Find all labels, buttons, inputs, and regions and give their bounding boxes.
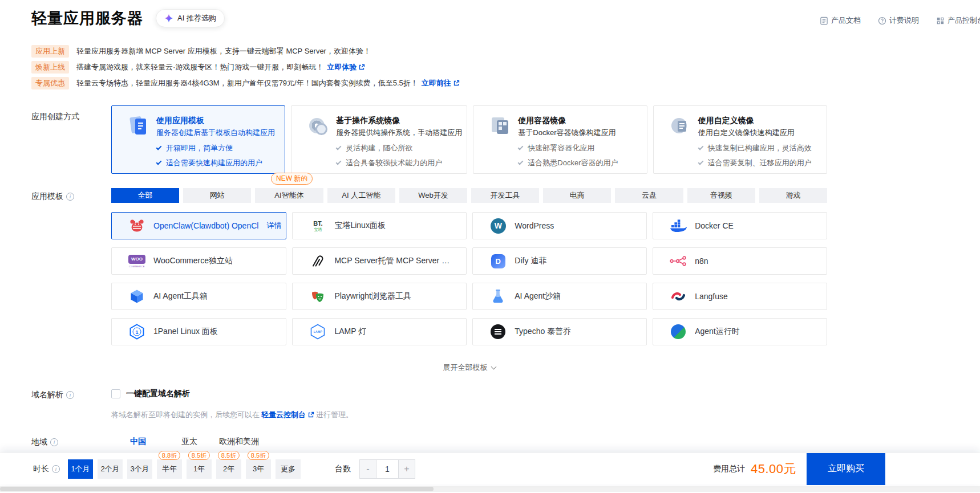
duration-3year[interactable]: 8.5折3年 bbox=[246, 459, 271, 479]
quantity-input[interactable] bbox=[376, 459, 398, 479]
template-card-langfuse[interactable]: Langfuse bbox=[653, 283, 827, 310]
billing-info-label: 计费说明 bbox=[889, 15, 919, 26]
template-card-dify[interactable]: Dify 迪菲 bbox=[472, 247, 647, 275]
region-option-eu-us[interactable]: 欧洲和美洲 bbox=[219, 437, 259, 447]
creation-card-point: 适合需要快速构建应用的用户 bbox=[166, 158, 262, 168]
creation-card-os-image[interactable]: 基于操作系统镜像 服务器提供纯操作系统，手动搭建应用 灵活构建，随心所欲 适合具… bbox=[291, 105, 467, 174]
template-name: 1Panel Linux 面板 bbox=[153, 327, 218, 337]
lighthouse-console-label: 轻量云控制台 bbox=[261, 410, 306, 420]
duration-2year[interactable]: 8.5折2年 bbox=[216, 459, 241, 479]
info-icon[interactable] bbox=[52, 465, 60, 473]
tab-ai[interactable]: AI 人工智能 bbox=[327, 188, 395, 203]
creation-card-title: 使用自定义镜像 bbox=[698, 115, 795, 125]
discount-badge: 8.5折 bbox=[218, 451, 240, 460]
product-console-link[interactable]: 产品控制台 bbox=[936, 15, 980, 26]
buy-now-button[interactable]: 立即购买 bbox=[807, 453, 885, 485]
woocommerce-icon bbox=[128, 252, 146, 270]
domain-config-checkbox[interactable] bbox=[111, 389, 120, 398]
duration-more[interactable]: 更多 bbox=[276, 459, 301, 479]
template-name: WooCommerce独立站 bbox=[153, 256, 233, 266]
notice-link-label: 立即前往 bbox=[422, 78, 451, 88]
creation-card-app-template[interactable]: 使用应用模板 服务器创建后基于模板自动构建应用 开箱即用，简单方便 适合需要快速… bbox=[111, 105, 285, 174]
tab-webdev[interactable]: Web开发 bbox=[399, 188, 467, 203]
question-icon bbox=[878, 17, 886, 25]
template-card-mcp-server[interactable]: MCP Server托管 MCP Server … bbox=[292, 247, 467, 275]
duration-1year[interactable]: 8.5折1年 bbox=[187, 459, 212, 479]
template-card-wordpress[interactable]: WordPress bbox=[472, 212, 647, 239]
template-card-agent-runtime[interactable]: Agent运行时 bbox=[653, 318, 827, 345]
template-card-1panel[interactable]: 1Panel Linux 面板 bbox=[111, 318, 286, 345]
app-template-label: 应用模板 bbox=[31, 192, 74, 202]
quantity-label: 台数 bbox=[335, 464, 351, 474]
lamp-icon bbox=[309, 323, 327, 340]
template-card-ai-toolbox[interactable]: AI Agent工具箱 bbox=[111, 283, 286, 310]
notice-link[interactable]: 立即前往 bbox=[422, 78, 460, 88]
creation-card-container-image[interactable]: 使用容器镜像 基于Docker容器镜像构建应用 快速部署容器化应用 适合熟悉Do… bbox=[473, 105, 647, 174]
tab-all[interactable]: 全部 bbox=[111, 188, 179, 203]
expand-all-templates[interactable]: 展开全部模板 bbox=[111, 362, 827, 373]
tab-devtools[interactable]: 开发工具 bbox=[471, 188, 539, 203]
creation-card-subtitle: 使用自定义镜像快速构建应用 bbox=[698, 128, 795, 138]
template-card-n8n[interactable]: n8n bbox=[653, 247, 827, 275]
template-name: AI Agent沙箱 bbox=[515, 291, 561, 301]
creation-method-cards: 使用应用模板 服务器创建后基于模板自动构建应用 开箱即用，简单方便 适合需要快速… bbox=[111, 105, 827, 174]
playwright-icon bbox=[309, 288, 327, 305]
ai-toolbox-icon bbox=[128, 288, 146, 305]
template-name: Playwright浏览器工具 bbox=[334, 291, 411, 301]
notice-text: 搭建专属游戏服，就来轻量云·游戏服专区！热门游戏一键开服，即刻畅玩！ bbox=[76, 62, 323, 72]
duration-option-label: 1个月 bbox=[71, 464, 90, 474]
template-card-docker[interactable]: Docker CE bbox=[653, 212, 827, 239]
total-label: 费用总计 bbox=[713, 464, 745, 474]
notice-badge: 专属优惠 bbox=[31, 77, 69, 89]
product-docs-label: 产品文档 bbox=[831, 15, 861, 26]
notice-link[interactable]: 立即体验 bbox=[327, 62, 365, 72]
duration-3month[interactable]: 3个月 bbox=[127, 459, 152, 479]
template-card-baota[interactable]: 宝塔Linux面板 bbox=[292, 212, 467, 239]
creation-card-custom-image[interactable]: 使用自定义镜像 使用自定义镜像快速构建应用 快速复制已构建应用，灵活高效 适合需… bbox=[653, 105, 827, 174]
template-card-playwright[interactable]: Playwright浏览器工具 bbox=[292, 283, 467, 310]
product-console-label: 产品控制台 bbox=[947, 15, 980, 26]
horizontal-scrollbar-thumb[interactable] bbox=[0, 487, 434, 491]
product-docs-link[interactable]: 产品文档 bbox=[820, 15, 861, 26]
info-icon[interactable] bbox=[50, 438, 58, 446]
lighthouse-console-link[interactable]: 轻量云控制台 bbox=[261, 410, 314, 420]
info-icon[interactable] bbox=[66, 193, 74, 201]
info-icon[interactable] bbox=[66, 391, 74, 399]
custom-image-icon bbox=[670, 115, 691, 137]
tab-games[interactable]: 游戏 bbox=[759, 188, 827, 203]
duration-1month[interactable]: 1个月 bbox=[68, 459, 93, 479]
tab-ai-agent[interactable]: AI智能体 bbox=[255, 188, 323, 203]
tab-website[interactable]: 网站 bbox=[183, 188, 251, 203]
quantity-plus-button[interactable]: + bbox=[398, 459, 415, 479]
billing-info-link[interactable]: 计费说明 bbox=[878, 15, 919, 26]
region-label: 地域 bbox=[31, 437, 58, 447]
duration-halfyear[interactable]: 8.8折半年 bbox=[157, 459, 182, 479]
template-card-openclaw[interactable]: OpenClaw(Clawdbot) OpenCl… 详情 bbox=[111, 212, 286, 239]
quantity-minus-button[interactable]: - bbox=[359, 459, 376, 479]
notice-row: 焕新上线 搭建专属游戏服，就来轻量云·游戏服专区！热门游戏一键开服，即刻畅玩！ … bbox=[31, 61, 460, 73]
creation-card-point: 快速复制已构建应用，灵活高效 bbox=[708, 143, 812, 153]
horizontal-scrollbar[interactable] bbox=[0, 486, 980, 492]
template-card-ai-sandbox[interactable]: AI Agent沙箱 bbox=[472, 283, 647, 310]
tab-audio-video[interactable]: 音视频 bbox=[687, 188, 755, 203]
template-detail-link[interactable]: 详情 bbox=[266, 221, 281, 231]
header-links: 产品文档 计费说明 产品控制台 bbox=[820, 15, 980, 26]
tab-ecommerce[interactable]: 电商 bbox=[543, 188, 611, 203]
check-icon bbox=[698, 160, 703, 165]
creation-card-subtitle: 服务器创建后基于模板自动构建应用 bbox=[156, 128, 275, 138]
duration-2month[interactable]: 2个月 bbox=[98, 459, 123, 479]
creation-card-title: 使用应用模板 bbox=[156, 115, 275, 125]
lighthouse-purchase-page: 轻量应用服务器 AI 推荐选购 产品文档 计费说明 产品控制台 应用上新 轻量应… bbox=[0, 0, 980, 493]
region-option-apac[interactable]: 亚太 bbox=[181, 437, 197, 447]
template-name: Docker CE bbox=[695, 221, 734, 230]
notice-badge: 应用上新 bbox=[31, 45, 69, 58]
check-icon bbox=[156, 160, 162, 165]
ai-recommend-button[interactable]: AI 推荐选购 bbox=[156, 9, 225, 27]
template-card-woocommerce[interactable]: WooCommerce独立站 bbox=[111, 247, 286, 275]
tab-cloud-disk[interactable]: 云盘 bbox=[615, 188, 683, 203]
region-option-china[interactable]: 中国 bbox=[130, 437, 146, 447]
template-card-typecho[interactable]: Typecho 泰普乔 bbox=[472, 318, 647, 345]
creation-card-point: 灵活构建，随心所欲 bbox=[346, 143, 412, 153]
template-card-lamp[interactable]: LAMP 灯 bbox=[292, 318, 467, 345]
os-image-icon bbox=[307, 115, 329, 137]
